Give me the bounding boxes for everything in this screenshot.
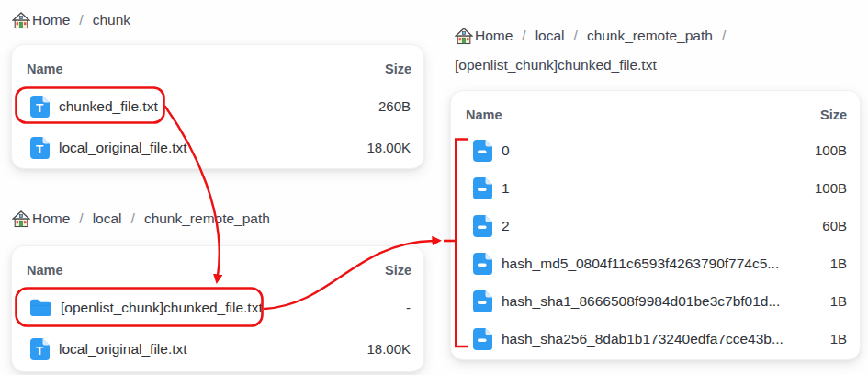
file-row-hash-md5[interactable]: hash_md5_0804f11c6593f4263790f774c5... 1… xyxy=(451,244,860,282)
file-size: 260B xyxy=(378,98,411,114)
file-size: 1B xyxy=(830,256,847,271)
chunk-file-icon xyxy=(473,290,492,312)
column-header-size: Size xyxy=(820,108,847,122)
breadcrumb-separator: / xyxy=(79,204,83,233)
column-header-name: Name xyxy=(27,263,63,278)
file-size: 18.00K xyxy=(366,341,411,357)
breadcrumb-separator: / xyxy=(522,21,525,51)
breadcrumb-segment[interactable]: local xyxy=(93,204,122,233)
breadcrumb-segment: Home xyxy=(475,21,513,51)
file-list-panel-chunk-remote-path: Name Size [openlist_chunk]chunked_file.t… xyxy=(11,245,424,372)
file-name: hash_md5_0804f11c6593f4263790f774c5... xyxy=(502,256,779,272)
file-name: hash_sha256_8dab1b173240edfa7cce43b... xyxy=(502,331,783,347)
breadcrumb-segment: Home xyxy=(32,6,70,35)
column-header-name: Name xyxy=(466,108,502,122)
breadcrumb-segment[interactable]: chunk_remote_path xyxy=(144,204,270,233)
file-size: 18.00K xyxy=(366,140,411,155)
file-row-chunked-file[interactable]: chunked_file.txt 260B xyxy=(12,85,423,127)
breadcrumb-separator: / xyxy=(131,204,135,233)
list-header: Name Size xyxy=(12,246,423,282)
folder-icon xyxy=(30,299,51,316)
breadcrumb-separator: / xyxy=(574,21,578,51)
chunk-file-icon xyxy=(473,177,492,199)
breadcrumb-segment[interactable]: chunk_remote_path xyxy=(587,21,713,51)
breadcrumb-separator: / xyxy=(79,6,83,35)
breadcrumb: Home / local / chunk_remote_path xyxy=(12,204,416,233)
column-header-name: Name xyxy=(27,62,63,76)
file-row-chunk-2[interactable]: 2 60B xyxy=(451,207,860,244)
chunk-file-icon xyxy=(473,253,492,275)
column-header-size: Size xyxy=(385,62,411,76)
file-row-hash-sha256[interactable]: hash_sha256_8dab1b173240edfa7cce43b... 1… xyxy=(451,320,860,358)
folder-row-openlist-chunk[interactable]: [openlist_chunk]chunked_file.txt - xyxy=(12,287,423,328)
file-name: hash_sha1_8666508f9984d01be3c7bf01d... xyxy=(502,293,780,310)
text-file-icon xyxy=(30,137,50,159)
home-icon xyxy=(12,12,30,29)
file-row-chunk-1[interactable]: 1 100B xyxy=(451,169,860,207)
breadcrumb-segment[interactable]: chunk xyxy=(93,6,130,35)
text-file-icon xyxy=(30,338,50,360)
file-size: - xyxy=(406,300,411,315)
breadcrumb-home[interactable]: Home xyxy=(12,204,70,233)
file-name: 2 xyxy=(502,218,510,234)
file-name: local_original_file.txt xyxy=(59,341,187,358)
breadcrumb-home[interactable]: Home xyxy=(12,6,70,35)
breadcrumb-segment[interactable]: [openlist_chunk]chunked_file.txt xyxy=(455,51,657,80)
file-name: 0 xyxy=(502,142,510,159)
file-list-panel-chunk-contents: Name Size 0 100B 1 100B 2 60B hash_md5_0… xyxy=(450,90,861,360)
column-header-size: Size xyxy=(385,263,411,278)
file-name: [openlist_chunk]chunked_file.txt xyxy=(61,300,263,316)
text-file-icon xyxy=(30,96,50,118)
file-size: 100B xyxy=(815,180,847,196)
file-name: local_original_file.txt xyxy=(59,140,187,156)
breadcrumb-separator: / xyxy=(722,21,726,51)
list-header: Name Size xyxy=(12,45,423,81)
file-name: chunked_file.txt xyxy=(59,98,158,115)
home-icon xyxy=(12,210,30,228)
file-row-hash-sha1[interactable]: hash_sha1_8666508f9984d01be3c7bf01d... 1… xyxy=(451,282,860,320)
breadcrumb: Home / chunk xyxy=(12,6,416,35)
file-row-local-original[interactable]: local_original_file.txt 18.00K xyxy=(12,328,423,369)
breadcrumb-home[interactable]: Home xyxy=(455,21,513,51)
breadcrumb-segment[interactable]: local xyxy=(535,21,565,51)
file-row-chunk-0[interactable]: 0 100B xyxy=(451,131,860,169)
file-size: 100B xyxy=(815,142,847,158)
file-size: 60B xyxy=(822,218,847,233)
chunk-file-icon xyxy=(473,215,492,237)
chunk-file-icon xyxy=(473,328,492,350)
breadcrumb: Home / local / chunk_remote_path / [open… xyxy=(455,21,851,80)
home-icon xyxy=(455,28,473,45)
file-size: 1B xyxy=(830,293,847,309)
openlist-file-browser-screenshot: T Home / xyxy=(0,0,868,375)
file-name: 1 xyxy=(502,180,510,197)
chunk-file-icon xyxy=(473,140,492,162)
file-size: 1B xyxy=(830,331,847,347)
list-header: Name Size xyxy=(451,91,860,127)
file-row-local-original[interactable]: local_original_file.txt 18.00K xyxy=(12,127,423,168)
breadcrumb-segment: Home xyxy=(32,204,70,233)
file-list-panel-chunk: Name Size chunked_file.txt 260B local_or… xyxy=(11,44,424,169)
